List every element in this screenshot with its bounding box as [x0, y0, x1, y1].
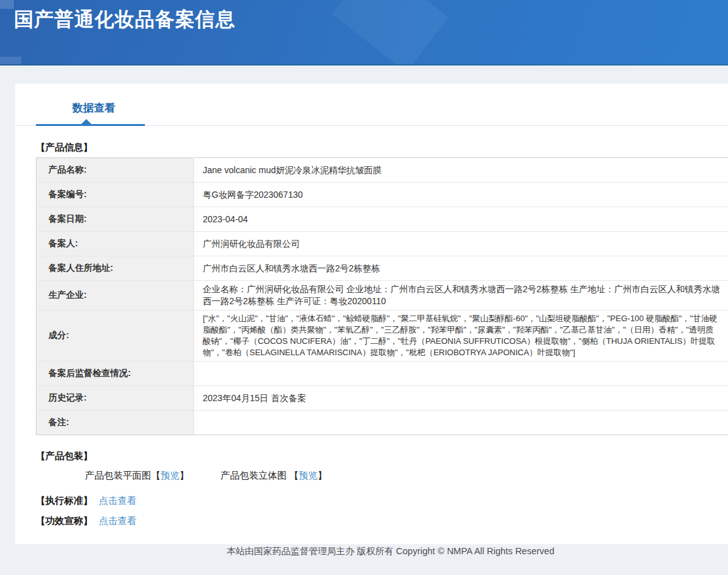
table-row-registrant: 备案人: 广州润研化妆品有限公司: [37, 232, 728, 256]
section-title-efficacy: 【功效宣称】: [36, 515, 93, 526]
section-title-packaging: 【产品包装】: [36, 450, 728, 462]
bracket-close: 】: [179, 470, 189, 481]
banner-decoration: [332, 0, 449, 65]
section-title-product-info: 【产品信息】: [36, 142, 728, 154]
row-value: Jane volcanic mud妍泥冷泉冰泥精华抗皱面膜: [194, 158, 728, 183]
table-row-registrant-address: 备案人住所地址: 广州市白云区人和镇秀水塘西一路2号2栋整栋: [37, 256, 728, 281]
preview-link-stereo[interactable]: 预览: [299, 470, 317, 481]
bracket-close: 】: [317, 470, 327, 481]
product-info-table: 产品名称: Jane volcanic mud妍泥冷泉冰泥精华抗皱面膜 备案编号…: [36, 157, 728, 435]
row-label: 产品名称:: [37, 158, 194, 183]
row-label: 生产企业:: [37, 281, 194, 310]
page-banner: 国产普通化妆品备案信息: [0, 0, 728, 65]
bracket-open: 【: [289, 470, 299, 481]
row-label: 历史记录:: [37, 386, 194, 411]
preview-link-flat[interactable]: 预览: [161, 470, 179, 481]
table-row-product-name: 产品名称: Jane volcanic mud妍泥冷泉冰泥精华抗皱面膜: [37, 158, 728, 183]
table-row-supervision: 备案后监督检查情况:: [37, 362, 728, 386]
page-title: 国产普通化妆品备案信息: [14, 6, 236, 33]
row-value: 2023年04月15日 首次备案: [194, 386, 728, 411]
row-value: 粤G妆网备字2023067130: [194, 183, 728, 207]
row-label: 备案日期:: [37, 207, 194, 232]
row-label: 备案后监督检查情况:: [37, 362, 194, 386]
efficacy-link[interactable]: 点击查看: [99, 515, 137, 526]
active-tab-indicator: [36, 124, 145, 126]
standards-link[interactable]: 点击查看: [99, 495, 137, 506]
active-tab-arrow-icon: [81, 119, 91, 124]
page-footer: 本站由国家药品监督管理局主办 版权所有 Copyright © NMPA All…: [0, 545, 728, 557]
section-title-standards: 【执行标准】: [36, 495, 93, 506]
table-row-registration-date: 备案日期: 2023-04-04: [37, 207, 728, 232]
packaging-stereo-group: 产品包装立体图 【预览】: [220, 470, 327, 481]
packaging-previews: 产品包装平面图【预览】 产品包装立体图 【预览】: [85, 470, 728, 482]
banner-decoration: [0, 57, 21, 64]
banner-decoration: [0, 0, 14, 9]
row-label: 备案人:: [37, 232, 194, 256]
packaging-flat-group: 产品包装平面图【预览】: [85, 470, 191, 481]
row-value: 广州市白云区人和镇秀水塘西一路2号2栋整栋: [194, 256, 728, 281]
bracket-open: 【: [151, 470, 161, 481]
table-row-registration-number: 备案编号: 粤G妆网备字2023067130: [37, 183, 728, 207]
table-row-manufacturer: 生产企业: 企业名称：广州润研化妆品有限公司 企业地址：广州市白云区人和镇秀水塘…: [37, 281, 728, 310]
row-label: 备注:: [37, 411, 194, 435]
row-label: 备案编号:: [37, 183, 194, 207]
row-value: [194, 362, 728, 386]
table-row-ingredients: 成分: ["水"，"火山泥"，"甘油"，"液体石蜡"，"鲸蜡硬脂醇"，"聚二甲基…: [37, 310, 728, 362]
row-value: [194, 411, 728, 435]
row-value: 2023-04-04: [194, 207, 728, 232]
content-card: 数据查看 【产品信息】 产品名称: Jane volcanic mud妍泥冷泉冰…: [15, 84, 728, 544]
tab-data-view[interactable]: 数据查看: [72, 101, 115, 115]
row-value: 广州润研化妆品有限公司: [194, 232, 728, 256]
standards-row: 【执行标准】点击查看: [36, 495, 728, 507]
tab-underline: [15, 124, 728, 126]
row-value: ["水"，"火山泥"，"甘油"，"液体石蜡"，"鲸蜡硬脂醇"，"聚二甲基硅氧烷"…: [194, 310, 728, 362]
row-label: 成分:: [37, 310, 194, 362]
row-label: 备案人住所地址:: [37, 256, 194, 281]
efficacy-row: 【功效宣称】点击查看: [36, 515, 728, 527]
table-row-history: 历史记录: 2023年04月15日 首次备案: [37, 386, 728, 411]
packaging-flat-label: 产品包装平面图: [85, 470, 151, 481]
packaging-stereo-label: 产品包装立体图: [220, 470, 287, 481]
copyright-text: 本站由国家药品监督管理局主办 版权所有 Copyright © NMPA All…: [227, 546, 554, 556]
row-value: 企业名称：广州润研化妆品有限公司 企业地址：广州市白云区人和镇秀水塘西一路2号2…: [194, 281, 728, 310]
table-row-remarks: 备注:: [37, 411, 728, 435]
